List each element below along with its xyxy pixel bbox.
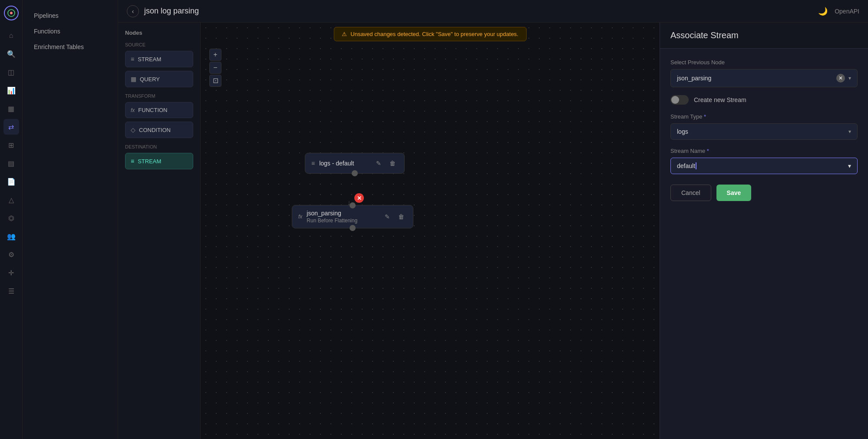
stream-name-chevron-icon: ▾: [848, 162, 851, 169]
dark-mode-icon[interactable]: 🌙: [818, 7, 828, 16]
zoom-controls: + − ⊡: [209, 49, 221, 87]
function-label: FUNCTION: [138, 107, 167, 113]
create-new-stream-label: Create new Stream: [694, 96, 746, 103]
node1-delete-button[interactable]: 🗑: [387, 158, 398, 169]
nav-table-icon[interactable]: ▤: [3, 155, 19, 171]
node1-bottom-connector[interactable]: [352, 170, 358, 176]
source-query-label: QUERY: [140, 76, 160, 83]
action-buttons: Cancel Save: [670, 185, 858, 201]
canvas-node-json-parsing[interactable]: fx json_parsing Run Before Flattening ✎ …: [292, 205, 413, 228]
dest-stream-icon: ≡: [131, 158, 134, 165]
source-stream-label: STREAM: [138, 56, 161, 63]
right-panel-title: Associate Stream: [660, 23, 868, 49]
function-node[interactable]: fx FUNCTION: [125, 102, 193, 118]
canvas-container: Nodes Source ≡ STREAM ▦ QUERY Transform …: [118, 23, 868, 439]
node2-actions: ✎ 🗑: [382, 211, 407, 222]
icon-sidebar: ⌂ 🔍 ◫ 📊 ▦ ⇄ ⊞ ▤ 📄 △ ⏣ 👥 ⚙ ✛ ☰: [0, 0, 23, 439]
delete-edge-button[interactable]: ✕: [354, 193, 364, 203]
toggle-knob: [671, 96, 679, 104]
create-new-stream-toggle[interactable]: [670, 95, 689, 105]
stream-name-field[interactable]: default ▾: [670, 158, 858, 174]
create-new-stream-row: Create new Stream: [670, 95, 858, 105]
nav-filter-icon[interactable]: ⏣: [3, 210, 19, 226]
destination-stream-node[interactable]: ≡ STREAM: [125, 153, 193, 169]
stream-type-value: logs: [677, 128, 688, 135]
page-title: json log parsing: [144, 7, 199, 16]
stream-type-field[interactable]: logs ▾: [670, 123, 858, 140]
zoom-fit-button[interactable]: ⊡: [209, 75, 221, 87]
main-area: ‹ json log parsing 🌙 OpenAPI Nodes Sourc…: [118, 0, 868, 439]
nav-document-icon[interactable]: 📄: [3, 174, 19, 189]
nodes-heading: Nodes: [125, 30, 193, 36]
stream-type-chevron-icon: ▾: [848, 129, 851, 135]
nav-settings-icon[interactable]: ⚙: [3, 247, 19, 262]
nav-plugin-icon[interactable]: ✛: [3, 265, 19, 281]
node1-type-icon: ≡: [311, 160, 315, 167]
node1-actions: ✎ 🗑: [373, 158, 398, 169]
node2-top-connector[interactable]: [350, 202, 356, 208]
cancel-button[interactable]: Cancel: [670, 185, 711, 201]
clear-previous-node-button[interactable]: ✕: [836, 74, 845, 83]
node2-subtitle: Run Before Flattening: [307, 218, 377, 224]
dot-canvas[interactable]: ⚠ Unsaved changes detected. Click "Save"…: [201, 23, 660, 439]
nav-search-icon[interactable]: 🔍: [3, 46, 19, 62]
nav-report-icon[interactable]: ▦: [3, 101, 19, 116]
select-field-actions: ✕ ▾: [836, 74, 851, 83]
alert-icon: ⚠: [342, 31, 347, 37]
openapi-link[interactable]: OpenAPI: [835, 8, 859, 15]
nav-alert-icon[interactable]: △: [3, 192, 19, 208]
node2-bottom-connector[interactable]: [350, 225, 356, 231]
select-previous-node-value: json_parsing: [677, 75, 711, 82]
node2-edit-button[interactable]: ✎: [382, 211, 393, 222]
chevron-down-icon: ▾: [848, 75, 851, 81]
source-stream-node[interactable]: ≡ STREAM: [125, 51, 193, 67]
transform-section-label: Transform: [125, 93, 193, 99]
source-section-label: Source: [125, 42, 193, 47]
stream-name-label: Stream Name: [670, 148, 858, 154]
sidebar-item-enrichment-tables[interactable]: Enrichment Tables: [30, 40, 111, 54]
right-panel: Associate Stream Select Previous Node js…: [660, 23, 868, 439]
nav-menu-icon[interactable]: ☰: [3, 283, 19, 299]
source-query-node[interactable]: ▦ QUERY: [125, 71, 193, 87]
topbar-right: 🌙 OpenAPI: [818, 7, 859, 16]
alert-message: Unsaved changes detected. Click "Save" t…: [350, 31, 518, 37]
alert-bar: ⚠ Unsaved changes detected. Click "Save"…: [333, 27, 526, 41]
nav-grid-icon[interactable]: ⊞: [3, 137, 19, 153]
nav-chart-icon[interactable]: 📊: [3, 83, 19, 98]
nav-dashboard-icon[interactable]: ◫: [3, 64, 19, 80]
node1-title: logs - default: [319, 160, 369, 167]
function-icon: fx: [131, 107, 135, 113]
text-cursor: [696, 162, 696, 169]
nodes-panel: Nodes Source ≡ STREAM ▦ QUERY Transform …: [118, 23, 201, 439]
canvas-node-logs-default[interactable]: ≡ logs - default ✎ 🗑: [305, 153, 405, 174]
query-icon: ▦: [131, 76, 136, 83]
save-button[interactable]: Save: [716, 185, 752, 201]
condition-label: CONDITION: [139, 127, 171, 133]
node2-title-container: json_parsing Run Before Flattening: [307, 210, 377, 224]
select-previous-node-field[interactable]: json_parsing ✕ ▾: [670, 69, 858, 87]
nav-home-icon[interactable]: ⌂: [3, 28, 19, 43]
nav-pipeline-icon[interactable]: ⇄: [3, 119, 19, 135]
condition-node[interactable]: ◇ CONDITION: [125, 122, 193, 138]
stream-type-label: Stream Type: [670, 113, 858, 120]
sidebar-item-pipelines[interactable]: Pipelines: [30, 9, 111, 23]
nav-users-icon[interactable]: 👥: [3, 228, 19, 244]
node1-edit-button[interactable]: ✎: [373, 158, 384, 169]
left-panel: Pipelines Functions Enrichment Tables: [23, 0, 118, 439]
stream-name-value: default: [677, 162, 695, 169]
right-panel-body: Select Previous Node json_parsing ✕ ▾ Cr…: [660, 49, 868, 211]
zoom-in-button[interactable]: +: [209, 49, 221, 61]
back-button[interactable]: ‹: [127, 5, 139, 17]
top-bar: ‹ json log parsing 🌙 OpenAPI: [118, 0, 868, 23]
destination-stream-label: STREAM: [138, 158, 161, 165]
select-previous-node-label: Select Previous Node: [670, 59, 858, 66]
svg-point-2: [10, 12, 13, 14]
destination-section-label: Destination: [125, 144, 193, 149]
node2-delete-button[interactable]: 🗑: [396, 211, 407, 222]
app-logo[interactable]: [3, 5, 19, 21]
sidebar-item-functions[interactable]: Functions: [30, 24, 111, 38]
condition-icon: ◇: [131, 126, 135, 133]
zoom-out-button[interactable]: −: [209, 62, 221, 74]
node2-name: json_parsing: [307, 210, 377, 217]
node2-type-icon: fx: [298, 214, 302, 220]
